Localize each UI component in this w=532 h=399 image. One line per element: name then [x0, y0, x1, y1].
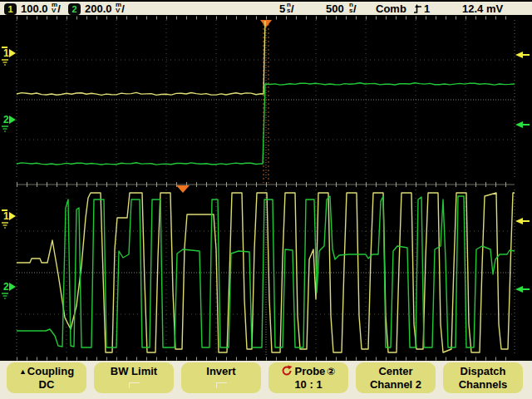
softkey-probe[interactable]: Probe② 10 : 1 — [268, 362, 348, 393]
state-indicator — [216, 382, 227, 388]
svg-text:1: 1 — [3, 47, 9, 59]
softkey-center-channel-2[interactable]: Center Channel 2 — [356, 362, 436, 393]
svg-text:2: 2 — [3, 114, 9, 126]
timebase-delayed-unit: ns/ — [349, 2, 357, 15]
softkey-coupling[interactable]: ▲Coupling DC — [7, 362, 86, 393]
trigger-source: 1 — [424, 2, 430, 15]
channel-2-unit: mV/ — [116, 2, 125, 15]
trigger-level: 12.4 mV — [462, 2, 503, 15]
channel-1-unit: mV/ — [52, 2, 61, 15]
svg-text:1: 1 — [3, 210, 9, 222]
softkey-bw-limit[interactable]: BW Limit — [94, 362, 174, 393]
up-arrow-icon: ▲ — [19, 367, 27, 376]
timebase-main: 5 — [279, 2, 285, 15]
rotate-knob-icon — [281, 365, 293, 377]
status-bar: 1 100.0 mV/ 2 200.0 mV/ 5 ns/ 500 ns/ Co… — [0, 0, 532, 15]
channel-1-badge[interactable]: 1 — [4, 3, 17, 15]
softkey-dispatch-channels[interactable]: Dispatch Channels — [443, 362, 523, 393]
state-indicator — [129, 382, 140, 388]
rising-edge-icon — [413, 3, 422, 15]
svg-text:2: 2 — [3, 281, 9, 293]
channel-1-scale: 100.0 — [21, 2, 48, 15]
softkey-invert[interactable]: Invert — [181, 362, 261, 393]
channel-2-circle-badge: ② — [327, 366, 335, 377]
scope-display: 1212 — [0, 0, 532, 399]
timebase-delayed: 500 — [326, 2, 344, 15]
channel-2-scale: 200.0 — [85, 2, 112, 15]
softkey-bar: ▲Coupling DC BW Limit Invert Probe② 10 :… — [0, 361, 532, 399]
channel-2-badge[interactable]: 2 — [68, 3, 81, 15]
trigger-mode: Comb — [376, 2, 406, 15]
timebase-main-unit: ns/ — [287, 2, 294, 15]
